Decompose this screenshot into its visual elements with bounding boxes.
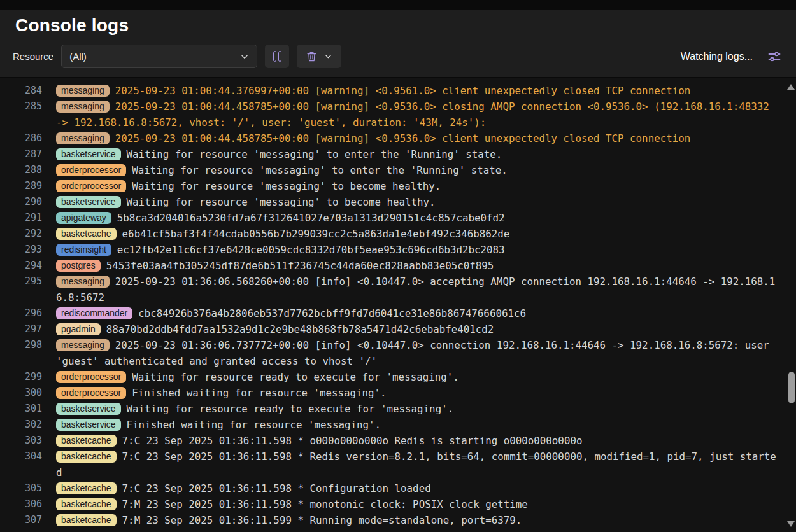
resource-badge: messaging	[56, 85, 110, 97]
resource-badge: messaging	[56, 276, 110, 288]
resource-badge: basketcache	[56, 482, 117, 494]
log-row: 288orderprocessorWaiting for resource 'm…	[0, 162, 779, 178]
window-top-strip	[0, 0, 796, 10]
resource-select[interactable]: (All)	[61, 45, 257, 68]
log-row: 285messaging2025-09-23 01:00:44.458785+0…	[0, 99, 779, 130]
chevron-down-icon	[240, 52, 249, 61]
log-row: 295messaging2025-09-23 01:36:06.568260+0…	[0, 274, 779, 305]
log-text: e6b41cf5baf3f4f44cdab0556b7b299039cc2c5a…	[122, 228, 510, 240]
line-number: 306	[0, 496, 42, 512]
resource-select-value: (All)	[69, 51, 87, 62]
log-content: basketcache7:C 23 Sep 2025 01:36:11.598 …	[42, 449, 779, 480]
clear-logs-split-button[interactable]	[297, 45, 341, 68]
log-content: orderprocessorWaiting for resource 'mess…	[42, 162, 779, 178]
log-text: Finished waiting for resource 'messaging…	[132, 387, 386, 399]
log-content: pgadmin88a70bd2ddb4fdd7aa1532a9d1c2e9be4…	[42, 321, 779, 337]
log-content: basketcache7:C 23 Sep 2025 01:36:11.598 …	[42, 433, 779, 449]
line-number: 307	[0, 512, 42, 528]
log-content: orderprocessorFinished waiting for resou…	[42, 385, 779, 401]
line-number: 302	[0, 417, 42, 433]
resource-badge: messaging	[56, 339, 110, 351]
log-content: messaging2025-09-23 01:00:44.458785+00:0…	[42, 130, 779, 146]
log-content: basketcache7:C 23 Sep 2025 01:36:11.598 …	[42, 480, 779, 496]
log-row: 302basketserviceFinished waiting for res…	[0, 417, 779, 433]
log-content: apigateway5b8ca3d204016a5230fd7a67f31264…	[42, 210, 779, 226]
log-text: 5453fe03aa4fb305245df87de6b511f236745c44…	[106, 260, 494, 272]
log-text: 2025-09-23 01:00:44.458785+00:00 [warnin…	[56, 101, 775, 129]
scroll-up-arrow-icon[interactable]	[787, 84, 795, 90]
log-viewport: 284messaging2025-09-23 01:00:44.376997+0…	[0, 78, 796, 532]
log-list: 284messaging2025-09-23 01:00:44.376997+0…	[0, 83, 796, 528]
line-number: 287	[0, 146, 42, 162]
log-row: 292basketcachee6b41cf5baf3f4f44cdab0556b…	[0, 226, 779, 242]
log-row: 297pgadmin88a70bd2ddb4fdd7aa1532a9d1c2e9…	[0, 321, 779, 337]
log-row: 284messaging2025-09-23 01:00:44.376997+0…	[0, 83, 779, 99]
line-number: 286	[0, 130, 42, 146]
line-number: 291	[0, 210, 42, 226]
line-number: 296	[0, 305, 42, 321]
resource-badge: basketcache	[56, 228, 117, 240]
log-content: orderprocessorWaiting for resource 'mess…	[42, 178, 779, 194]
resource-badge: messaging	[56, 132, 110, 144]
log-text: Finished waiting for resource 'messaging…	[127, 419, 381, 431]
log-content: redisinsightec12fb42e11c6cf37e6428ce0059…	[42, 242, 779, 258]
page-title: Console logs	[15, 15, 796, 36]
log-row: 291apigateway5b8ca3d204016a5230fd7a67f31…	[0, 210, 779, 226]
log-row: 287basketserviceWaiting for resource 'me…	[0, 146, 779, 162]
resource-badge: postgres	[56, 260, 101, 272]
resource-badge: redisinsight	[56, 244, 111, 256]
log-row: 306basketcache7:M 23 Sep 2025 01:36:11.5…	[0, 496, 779, 512]
log-content: messaging2025-09-23 01:36:06.568260+00:0…	[42, 274, 779, 305]
log-row: 296rediscommandercbc84926b376a4b2806eb53…	[0, 305, 779, 321]
line-number: 297	[0, 321, 42, 337]
log-text: Waiting for resource 'messaging' to beco…	[127, 196, 436, 208]
log-content: basketcachee6b41cf5baf3f4f44cdab0556b7b2…	[42, 226, 779, 242]
line-number: 305	[0, 480, 42, 496]
log-text: Waiting for resource 'messaging' to beco…	[132, 180, 441, 192]
log-text: 2025-09-23 01:00:44.376997+00:00 [warnin…	[115, 85, 691, 97]
resource-badge: messaging	[56, 101, 110, 113]
log-text: 7:C 23 Sep 2025 01:36:11.598 * Redis ver…	[56, 451, 776, 479]
line-number: 288	[0, 162, 42, 178]
line-number: 294	[0, 258, 42, 274]
log-text: Waiting for resource 'messaging' to ente…	[132, 164, 508, 176]
log-text: 2025-09-23 01:00:44.458785+00:00 [warnin…	[115, 132, 691, 144]
resource-badge: basketservice	[56, 196, 121, 208]
log-content: rediscommandercbc84926b376a4b2806eb537d7…	[42, 305, 779, 321]
scrollbar-thumb[interactable]	[788, 372, 795, 403]
line-number: 304	[0, 449, 42, 465]
toolbar: Resource (All)	[0, 45, 796, 77]
log-text: Waiting for resource ready to execute fo…	[132, 371, 459, 383]
line-number: 290	[0, 194, 42, 210]
log-text: 5b8ca3d204016a5230fd7a67f312641027e703a1…	[117, 212, 505, 224]
line-number: 295	[0, 274, 42, 290]
resource-badge: orderprocessor	[56, 387, 126, 399]
pause-logs-button[interactable]	[265, 45, 289, 68]
line-number: 285	[0, 99, 42, 115]
log-row: 298messaging2025-09-23 01:36:06.737772+0…	[0, 337, 779, 369]
log-content: basketserviceWaiting for resource 'messa…	[42, 146, 779, 162]
log-row: 304basketcache7:C 23 Sep 2025 01:36:11.5…	[0, 449, 779, 480]
log-content: orderprocessorWaiting for resource ready…	[42, 369, 779, 385]
line-number: 301	[0, 401, 42, 417]
log-row: 286messaging2025-09-23 01:00:44.458785+0…	[0, 130, 779, 146]
line-number: 289	[0, 178, 42, 194]
line-number: 299	[0, 369, 42, 385]
chevron-down-icon[interactable]	[324, 52, 332, 60]
resource-badge: pgadmin	[56, 323, 101, 335]
log-text: cbc84926b376a4b2806eb537d7762bcbff9fd7d6…	[138, 307, 526, 319]
resource-badge: rediscommander	[56, 307, 132, 319]
log-row: 293redisinsightec12fb42e11c6cf37e6428ce0…	[0, 242, 779, 258]
resource-badge: orderprocessor	[56, 180, 126, 192]
line-number: 298	[0, 337, 42, 353]
log-text: 7:M 23 Sep 2025 01:36:11.598 * monotonic…	[122, 498, 528, 510]
resource-badge: basketservice	[56, 419, 121, 431]
log-settings-filter-icon[interactable]	[767, 49, 782, 64]
log-text: 2025-09-23 01:36:06.737772+00:00 [info] …	[56, 339, 775, 367]
scroll-down-arrow-icon[interactable]	[787, 521, 795, 527]
line-number: 300	[0, 385, 42, 401]
console-logs-page: Console logs Resource (All)	[0, 0, 796, 532]
log-content: messaging2025-09-23 01:00:44.376997+00:0…	[42, 83, 779, 99]
vertical-scrollbar[interactable]	[786, 78, 796, 532]
log-row: 305basketcache7:C 23 Sep 2025 01:36:11.5…	[0, 480, 779, 496]
